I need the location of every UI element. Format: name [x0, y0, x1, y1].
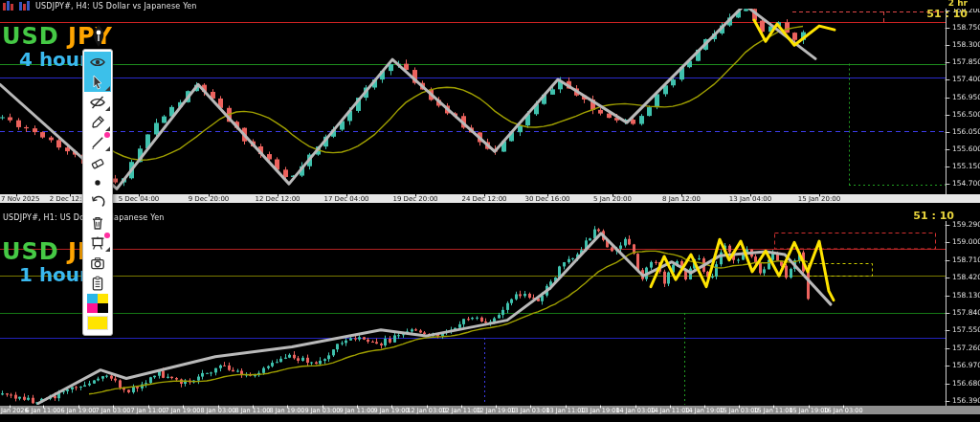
- toolbar-whiteboard-button[interactable]: [84, 233, 111, 253]
- toolbar-marker-button[interactable]: [84, 112, 111, 132]
- camera-icon: [90, 255, 105, 271]
- chart-window-h4: USDJPY#, H4: US Dollar vs Japanese Yen U…: [0, 0, 980, 204]
- toolbar-clear-button[interactable]: [84, 212, 111, 233]
- toolbar-show-hide-button[interactable]: [84, 52, 111, 72]
- clipboard-icon: [90, 276, 105, 291]
- annotation-toolbar: [82, 24, 115, 336]
- toolbar-pen-button[interactable]: [84, 132, 111, 152]
- eraser-icon: [90, 155, 105, 170]
- epic-pen-logo[interactable]: [88, 24, 109, 48]
- mt4-workspace: USDJPY#, H4: US Dollar vs Japanese Yen U…: [0, 0, 980, 422]
- annotation-toolbox: [82, 49, 113, 336]
- toolbar-eraser-button[interactable]: [84, 152, 111, 172]
- marker-icon: [90, 115, 105, 130]
- eye-off-icon: [90, 95, 105, 110]
- toolbar-hide-ink-button[interactable]: [84, 92, 111, 112]
- toolbar-undo-button[interactable]: [84, 192, 111, 212]
- eye-icon: [90, 55, 105, 70]
- h4-price-chart[interactable]: [0, 9, 980, 203]
- color-palette[interactable]: [84, 293, 111, 313]
- chart-icon: [3, 1, 15, 11]
- toolbar-select-button[interactable]: [84, 72, 111, 92]
- current-color-swatch[interactable]: [87, 316, 108, 330]
- trash-icon: [90, 215, 105, 231]
- cursor-icon: [90, 75, 105, 90]
- window-titlebar-h1[interactable]: USDJPY#, H1: US Dollar vs Japanese Yen: [0, 211, 980, 223]
- tool-badge: [104, 132, 110, 138]
- h1-price-chart[interactable]: [0, 221, 980, 414]
- tool-badge: [104, 233, 110, 238]
- board-icon: [90, 235, 105, 251]
- undo-icon: [90, 195, 105, 211]
- toolbar-screenshot-button[interactable]: [84, 253, 111, 273]
- window-titlebar-h4[interactable]: USDJPY#, H4: US Dollar vs Japanese Yen: [0, 0, 980, 11]
- chart-icon: [19, 1, 32, 11]
- toolbar-clipboard-button[interactable]: [84, 273, 111, 293]
- pencil-icon: [90, 135, 105, 150]
- chart-window-h1: USDJPY#, H1: US Dollar vs Japanese Yen U…: [0, 211, 980, 422]
- palette-color[interactable]: [87, 303, 98, 313]
- palette-color[interactable]: [87, 294, 98, 303]
- toolbar-size-button[interactable]: [84, 172, 111, 192]
- palette-color[interactable]: [98, 303, 108, 313]
- dot-icon: [90, 175, 105, 190]
- window-title: USDJPY#, H4: US Dollar vs Japanese Yen: [35, 2, 197, 11]
- palette-color[interactable]: [98, 294, 108, 303]
